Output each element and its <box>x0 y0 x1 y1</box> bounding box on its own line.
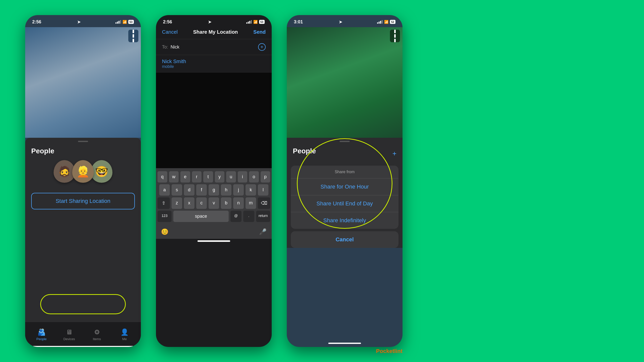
tab-me-label: Me <box>122 337 127 341</box>
share-options-panel: Share from Share for One Hour Share Unti… <box>291 166 398 229</box>
gap-1 <box>146 0 151 362</box>
start-sharing-button[interactable]: Start Sharing Location <box>31 193 135 209</box>
phone-1: 2:56 ➤ 📶 53 <box>25 15 141 347</box>
avatar-1: 🧔 <box>54 160 75 183</box>
signal-icon-2 <box>246 20 252 24</box>
wifi-icon-1: 📶 <box>123 20 127 24</box>
people-section-header-3: People + <box>287 147 403 163</box>
emoji-icon[interactable]: 😊 <box>161 228 169 235</box>
wifi-icon-3: 📶 <box>384 20 388 24</box>
key-l[interactable]: l <box>258 184 268 196</box>
phone-3: 3:01 ➤ 📶 52 <box>287 15 403 347</box>
tab-me[interactable]: 👤 Me <box>111 328 138 341</box>
key-f[interactable]: f <box>196 184 207 196</box>
share-end-of-day-option[interactable]: Share Until End of Day <box>291 195 398 212</box>
to-field: To: Nick + <box>156 39 272 55</box>
time-2: 2:56 <box>163 19 172 25</box>
tab-people-label: People <box>36 337 47 341</box>
people-title: People <box>31 147 135 155</box>
share-indefinitely-option[interactable]: Share Indefinitely <box>291 212 398 229</box>
key-z[interactable]: z <box>172 197 182 209</box>
phone-2: 2:56 ➤ 📶 53 Cancel Share My Location Sen… <box>156 15 272 347</box>
share-from-label: Share from <box>291 166 398 178</box>
map-toggle-icon-3[interactable] <box>390 30 400 42</box>
add-recipient-button[interactable]: + <box>258 43 266 51</box>
drag-handle-3[interactable] <box>340 141 350 142</box>
key-u[interactable]: u <box>226 171 236 183</box>
key-g[interactable]: g <box>209 184 219 196</box>
key-a[interactable]: a <box>159 184 170 196</box>
key-r[interactable]: r <box>192 171 202 183</box>
brand-name: ocketlint <box>380 348 403 354</box>
status-icons-3: 📶 52 <box>377 20 395 24</box>
key-h[interactable]: h <box>221 184 231 196</box>
people-tab-icon: 🫂 <box>37 328 46 336</box>
to-value[interactable]: Nick <box>171 44 258 50</box>
key-m[interactable]: m <box>246 197 256 209</box>
status-bar-1: 2:56 ➤ 📶 53 <box>25 15 141 27</box>
map-toggle-icon[interactable] <box>128 30 138 42</box>
add-person-button[interactable]: + <box>392 150 396 158</box>
suggestion-name: Nick Smith <box>162 59 266 64</box>
key-s[interactable]: s <box>172 184 182 196</box>
battery-icon-1: 53 <box>128 20 134 24</box>
key-q[interactable]: q <box>157 171 167 183</box>
message-body[interactable] <box>156 73 272 168</box>
key-return[interactable]: return <box>256 211 270 222</box>
tab-devices[interactable]: 🖥 Devices <box>55 328 83 341</box>
me-tab-icon: 👤 <box>120 328 129 336</box>
status-icons-1: 📶 53 <box>115 20 134 24</box>
watermark: Pocketlint <box>376 348 403 354</box>
share-one-hour-option[interactable]: Share for One Hour <box>291 178 398 195</box>
battery-icon-3: 52 <box>390 20 395 24</box>
key-x[interactable]: x <box>184 197 194 209</box>
key-t[interactable]: t <box>203 171 213 183</box>
stripes-icon-3 <box>394 30 396 42</box>
cancel-button[interactable]: Cancel <box>162 29 178 35</box>
tab-items[interactable]: ⚙ Items <box>83 328 111 341</box>
map-area-3 <box>287 27 403 138</box>
location-arrow-icon-3: ➤ <box>339 20 342 24</box>
signal-icon-1 <box>115 20 121 24</box>
key-o[interactable]: o <box>249 171 259 183</box>
keyboard: q w e r t y u i o p a s d f g h j k <box>156 168 272 226</box>
time-3: 3:01 <box>294 19 303 25</box>
key-j[interactable]: j <box>233 184 244 196</box>
devices-tab-icon: 🖥 <box>66 328 72 336</box>
drag-handle-1[interactable] <box>78 141 88 142</box>
compose-title: Share My Location <box>193 29 238 35</box>
keyboard-row-4: 123 space @ . return <box>157 211 270 222</box>
key-shift[interactable]: ⇧ <box>157 197 170 209</box>
key-e[interactable]: e <box>180 171 190 183</box>
send-button[interactable]: Send <box>253 29 266 35</box>
key-at[interactable]: @ <box>230 211 242 222</box>
share-cancel-button[interactable]: Cancel <box>291 231 398 248</box>
items-tab-icon: ⚙ <box>94 328 100 336</box>
avatar-3: 🤓 <box>91 160 112 183</box>
location-arrow-icon-2: ➤ <box>208 20 211 24</box>
key-123[interactable]: 123 <box>157 211 172 222</box>
gap-2 <box>277 0 282 362</box>
key-y[interactable]: y <box>215 171 225 183</box>
key-c[interactable]: c <box>196 197 207 209</box>
key-n[interactable]: n <box>233 197 244 209</box>
avatars-row: 🧔 👱 🤓 <box>31 160 135 183</box>
mic-icon[interactable]: 🎤 <box>259 228 267 235</box>
battery-icon-2: 53 <box>259 20 265 24</box>
signal-icon-3 <box>377 20 383 24</box>
key-w[interactable]: w <box>169 171 179 183</box>
key-i[interactable]: i <box>238 171 248 183</box>
key-period[interactable]: . <box>243 211 254 222</box>
keyboard-row-2: a s d f g h j k l <box>157 184 270 196</box>
key-delete[interactable]: ⌫ <box>258 197 270 209</box>
suggestion-item[interactable]: Nick Smith mobile <box>156 55 272 73</box>
map-area-1 <box>25 27 141 138</box>
tab-people[interactable]: 🫂 People <box>28 328 55 341</box>
key-d[interactable]: d <box>184 184 194 196</box>
key-space[interactable]: space <box>173 211 229 222</box>
status-bar-2: 2:56 ➤ 📶 53 <box>156 15 272 27</box>
key-p[interactable]: p <box>261 171 270 183</box>
key-b[interactable]: b <box>221 197 231 209</box>
key-v[interactable]: v <box>209 197 219 209</box>
key-k[interactable]: k <box>246 184 256 196</box>
